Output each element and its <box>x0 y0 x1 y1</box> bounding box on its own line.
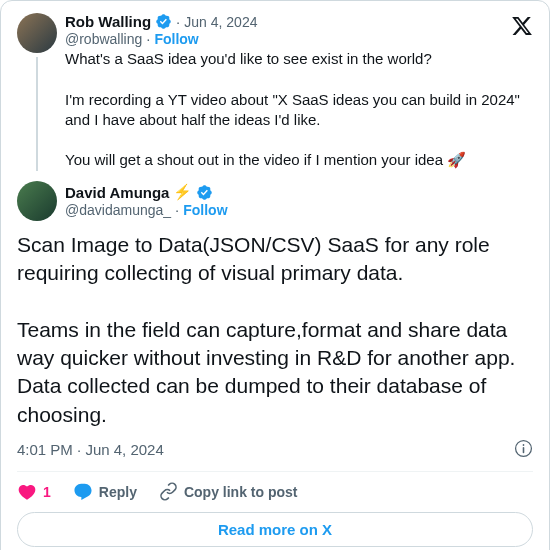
separator-dot: · <box>175 201 179 218</box>
parent-body: What's a SaaS idea you'd like to see exi… <box>65 49 533 171</box>
avatar[interactable] <box>17 13 57 53</box>
read-more-button[interactable]: Read more on X <box>17 512 533 547</box>
thread-line <box>36 57 38 171</box>
copy-link-label: Copy link to post <box>184 484 298 500</box>
reply-body: Scan Image to Data(JSON/CSV) SaaS for an… <box>17 231 533 429</box>
like-button[interactable]: 1 <box>17 482 51 502</box>
author-handle[interactable]: @robwalling <box>65 31 142 47</box>
author-emoji: ⚡ <box>173 183 192 201</box>
follow-link[interactable]: Follow <box>154 31 198 47</box>
info-icon[interactable] <box>514 439 533 461</box>
reply-label: Reply <box>99 484 137 500</box>
reply-header: David Amunga ⚡ @davidamunga_ · Follow <box>17 181 533 221</box>
separator-dot: · <box>176 13 180 30</box>
verified-badge-icon <box>196 184 213 201</box>
verified-badge-icon <box>155 13 172 30</box>
separator-dot: · <box>146 30 150 47</box>
reply-button[interactable]: Reply <box>73 482 137 502</box>
parent-tweet[interactable]: Rob Walling · Jun 4, 2024 @robwalling · … <box>17 13 533 171</box>
author-handle[interactable]: @davidamunga_ <box>65 202 171 218</box>
author-name[interactable]: Rob Walling <box>65 13 151 30</box>
parent-date[interactable]: Jun 4, 2024 <box>184 14 257 30</box>
tweet-meta: 4:01 PM · Jun 4, 2024 <box>17 439 533 471</box>
action-bar: 1 Reply Copy link to post <box>17 471 533 508</box>
like-count: 1 <box>43 484 51 500</box>
tweet-time[interactable]: 4:01 PM <box>17 441 73 458</box>
tweet-card: Rob Walling · Jun 4, 2024 @robwalling · … <box>0 0 550 550</box>
tweet-date[interactable]: Jun 4, 2024 <box>85 441 163 458</box>
author-name[interactable]: David Amunga <box>65 184 169 201</box>
copy-link-button[interactable]: Copy link to post <box>159 482 298 501</box>
avatar[interactable] <box>17 181 57 221</box>
follow-link[interactable]: Follow <box>183 202 227 218</box>
x-logo-icon[interactable] <box>511 15 533 41</box>
thread-column <box>17 13 57 171</box>
